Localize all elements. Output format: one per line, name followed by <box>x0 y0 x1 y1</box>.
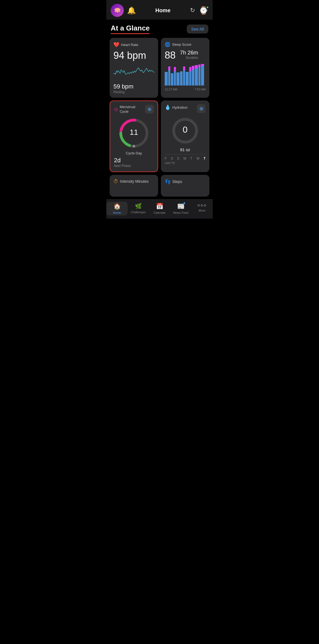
sleep-score-card: 🌀 Sleep Score 88 7h 26m Duration <box>161 38 209 98</box>
menstrual-cycle-card: ⊙ Menstrual Cycle ⊕ <box>110 100 158 172</box>
header-left: 🪷 🔔 <box>111 4 136 17</box>
hydration-title-wrap: 💧 Hydration <box>165 104 188 110</box>
svg-rect-10 <box>195 68 198 86</box>
nav-more-label: More <box>198 209 205 212</box>
nav-news-feed-badge-wrap: 📰 <box>177 203 185 210</box>
notification-bell-icon[interactable]: 🔔 <box>127 6 136 15</box>
see-all-button[interactable]: See All <box>187 25 208 33</box>
hydration-add-button[interactable]: ⊕ <box>197 104 206 113</box>
section-header: At a Glance See All <box>106 20 213 36</box>
intensity-minutes-header: ⏱ Intensity Minutes <box>113 179 154 184</box>
calendar-icon: 📅 <box>156 203 163 210</box>
avatar[interactable]: 🪷 <box>111 4 124 17</box>
sleep-score-title-wrap: 🌀 Sleep Score <box>165 42 191 47</box>
svg-text:11: 11 <box>130 128 138 136</box>
menstrual-cycle-label: Menstrual Cycle <box>120 105 135 114</box>
steps-label: Steps <box>172 179 182 184</box>
heart-rate-value: 94 bpm <box>113 50 154 61</box>
sleep-times: 12:27 AM 7:53 AM <box>165 88 206 91</box>
cycle-day-label: Cycle Day <box>114 151 154 155</box>
watch-icon-wrap[interactable]: ⌚ <box>199 6 208 15</box>
heart-rate-chart <box>113 63 154 79</box>
day-f: F <box>165 157 167 160</box>
sleep-duration-wrap: 7h 26m Duration <box>180 50 198 60</box>
svg-rect-13 <box>168 66 170 70</box>
plus-circle-icon: ⊕ <box>148 106 152 112</box>
header-right: ↻ ⌚ <box>190 6 208 15</box>
svg-rect-15 <box>183 66 185 70</box>
sleep-time-end: 7:53 AM <box>195 88 206 91</box>
svg-rect-17 <box>192 66 194 70</box>
header-title: Home <box>155 7 171 14</box>
sleep-score-label: Sleep Score <box>172 42 191 47</box>
cycle-next-phase-label: Next Phase <box>114 164 154 168</box>
section-title: At a Glance <box>111 24 150 32</box>
menstrual-cycle-icon: ⊙ <box>114 106 118 112</box>
intensity-minutes-card: ⏱ Intensity Minutes <box>110 175 158 197</box>
svg-rect-19 <box>198 65 201 67</box>
nav-news-feed[interactable]: 📰 News Feed <box>170 202 191 215</box>
header: 🪷 🔔 Home ↻ ⌚ <box>106 0 213 20</box>
svg-rect-20 <box>201 64 204 66</box>
nav-home[interactable]: 🏠 Home <box>106 202 128 215</box>
day-s1: S <box>171 157 173 160</box>
svg-rect-16 <box>189 67 191 71</box>
hydration-card: 💧 Hydration ⊕ 0 81 oz F S S M T W T Last… <box>161 100 209 172</box>
hydration-divider <box>165 154 206 154</box>
nav-calendar-label: Calendar <box>154 211 166 214</box>
day-t1: T <box>190 157 192 160</box>
heart-rate-title-wrap: ❤️ Heart Rate <box>113 42 138 48</box>
sleep-score-header: 🌀 Sleep Score <box>165 42 206 47</box>
cycle-ring: 11 <box>118 117 150 149</box>
nav-challenges[interactable]: 🌿 Challenges <box>128 202 149 215</box>
svg-rect-0 <box>165 72 168 86</box>
section-underline <box>111 33 150 34</box>
nav-more[interactable]: ○○○ More <box>191 202 213 215</box>
nav-home-label: Home <box>113 211 121 214</box>
intensity-minutes-title-wrap: ⏱ Intensity Minutes <box>113 179 149 184</box>
menstrual-cycle-header: ⊙ Menstrual Cycle ⊕ <box>114 105 154 114</box>
menstrual-cycle-add-button[interactable]: ⊕ <box>145 105 154 114</box>
svg-rect-2 <box>171 73 173 86</box>
day-m: M <box>183 157 186 160</box>
challenges-icon: 🌿 <box>135 203 142 209</box>
cycle-ring-wrap: 11 <box>114 117 154 149</box>
intensity-minutes-label: Intensity Minutes <box>120 179 149 184</box>
more-icon: ○○○ <box>197 203 207 208</box>
svg-rect-5 <box>180 71 182 86</box>
hydration-ring-wrap: 0 <box>165 116 206 146</box>
hydration-ring: 0 <box>170 116 200 146</box>
heart-rate-card: ❤️ Heart Rate 94 bpm 59 bpm Resting <box>110 38 158 98</box>
sleep-chart <box>165 64 206 86</box>
heart-rate-resting-value: 59 bpm <box>113 83 154 90</box>
cards-grid: ❤️ Heart Rate 94 bpm 59 bpm Resting 🌀 Sl… <box>106 36 213 197</box>
intensity-minutes-icon: ⏱ <box>113 179 118 184</box>
hydration-icon: 💧 <box>165 104 171 110</box>
heart-rate-resting-label: Resting <box>113 90 154 94</box>
day-t2-active: T <box>204 157 206 160</box>
svg-rect-7 <box>186 72 189 86</box>
hydration-last7-label: Last 7d <box>165 161 206 164</box>
section-title-wrap: At a Glance <box>111 24 150 34</box>
svg-rect-14 <box>174 67 176 71</box>
sleep-icon: 🌀 <box>165 42 170 47</box>
svg-rect-9 <box>192 69 194 86</box>
hydration-days: F S S M T W T <box>165 157 206 160</box>
hydration-header: 💧 Hydration ⊕ <box>165 104 206 113</box>
svg-point-25 <box>133 145 135 148</box>
svg-text:0: 0 <box>183 125 188 135</box>
sleep-time-start: 12:27 AM <box>165 88 177 91</box>
nav-news-feed-label: News Feed <box>173 211 188 214</box>
svg-rect-1 <box>168 69 170 86</box>
svg-rect-4 <box>176 72 179 86</box>
steps-icon: 👣 <box>165 179 171 185</box>
steps-card: 👣 Steps <box>161 175 209 197</box>
news-feed-badge <box>183 202 186 205</box>
svg-rect-18 <box>195 65 198 68</box>
nav-calendar[interactable]: 📅 Calendar <box>149 202 170 215</box>
refresh-icon[interactable]: ↻ <box>190 7 195 14</box>
bottom-nav: 🏠 Home 🌿 Challenges 📅 Calendar 📰 News Fe… <box>106 199 213 219</box>
svg-rect-11 <box>198 66 201 86</box>
day-s2: S <box>177 157 179 160</box>
hydration-label: Hydration <box>172 105 188 109</box>
